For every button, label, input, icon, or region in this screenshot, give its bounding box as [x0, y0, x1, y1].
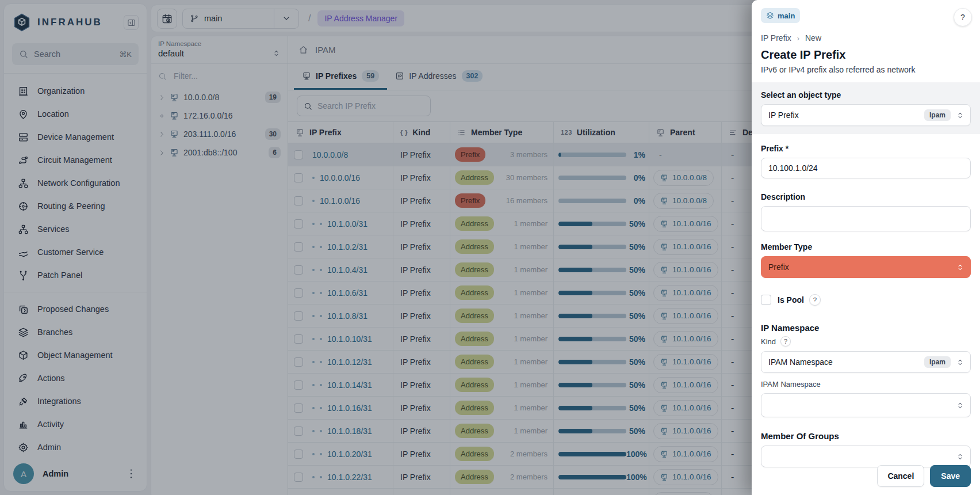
ipam-tag: Ipam: [924, 109, 951, 121]
member-type-field-label: Member Type: [761, 242, 971, 252]
help-button[interactable]: ?: [954, 8, 972, 26]
kind-help-icon[interactable]: ?: [780, 336, 791, 346]
is-pool-help-icon[interactable]: ?: [809, 294, 821, 306]
description-field-textarea[interactable]: [761, 206, 971, 231]
object-type-section: Select an object type IP Prefix Ipam: [752, 82, 980, 134]
breadcrumb-chevron: ›: [797, 34, 799, 43]
member-of-groups-heading: Member Of Groups: [761, 431, 971, 441]
drawer-breadcrumb: IP Prefix›New: [752, 26, 980, 43]
object-type-select[interactable]: IP Prefix Ipam: [761, 104, 971, 126]
drawer-breadcrumb-item[interactable]: IP Prefix: [761, 33, 791, 43]
kind-select[interactable]: IPAM Namespace Ipam: [761, 351, 971, 373]
ipam-namespace-select[interactable]: [761, 393, 971, 417]
prefix-field-label: Prefix *: [761, 144, 971, 153]
drawer-branch-name: main: [778, 12, 795, 20]
member-type-value: Prefix: [768, 262, 956, 272]
create-ip-prefix-drawer: main ? IP Prefix›New Create IP Prefix IP…: [752, 0, 980, 495]
prefix-field-input[interactable]: [761, 158, 971, 178]
object-type-label: Select an object type: [761, 90, 971, 100]
member-type-select[interactable]: Prefix: [761, 256, 971, 278]
is-pool-label: Is Pool: [778, 295, 804, 304]
description-field-label: Description: [761, 192, 971, 201]
cancel-button[interactable]: Cancel: [877, 465, 924, 487]
object-type-value: IP Prefix: [768, 111, 924, 120]
save-button[interactable]: Save: [930, 465, 971, 487]
drawer-branch-badge: main: [761, 8, 800, 23]
chevrons-up-down-icon: [956, 111, 964, 120]
chevrons-up-down-icon: [956, 401, 964, 410]
chevrons-up-down-icon: [956, 263, 964, 272]
drawer-subtitle: IPv6 or IPv4 prefix also referred as net…: [752, 62, 980, 74]
layers-icon: [766, 12, 774, 20]
ipam-tag: Ipam: [924, 356, 951, 368]
chevrons-up-down-icon: [956, 358, 964, 367]
is-pool-checkbox[interactable]: [761, 295, 771, 305]
chevrons-up-down-icon: [956, 452, 964, 461]
drawer-title: Create IP Prefix: [752, 43, 980, 62]
drawer-breadcrumb-item[interactable]: New: [805, 33, 821, 43]
kind-value: IPAM Namespace: [768, 357, 924, 367]
member-of-groups-select[interactable]: [761, 446, 971, 467]
kind-label: Kind: [761, 337, 776, 346]
ipam-namespace-label: IPAM Namespace: [761, 380, 971, 389]
ip-namespace-heading: IP Namespace: [761, 323, 971, 333]
